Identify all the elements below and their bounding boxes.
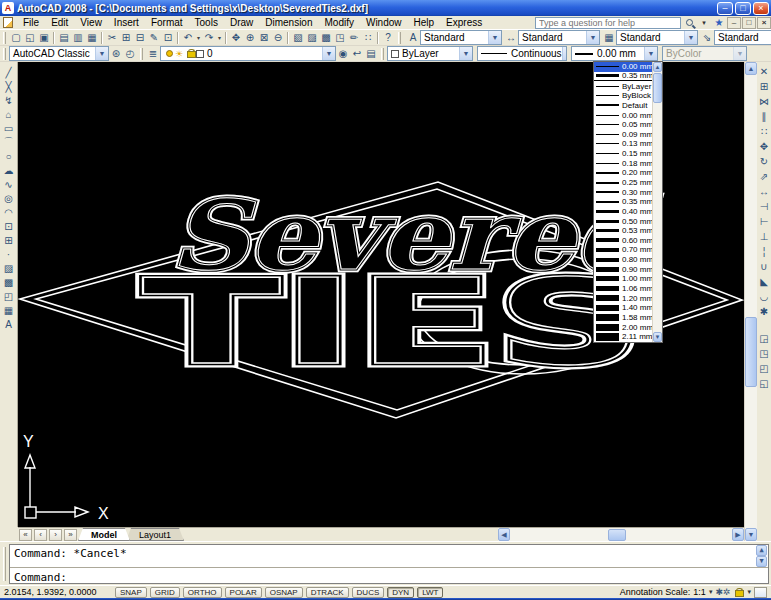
sep[interactable] <box>177 32 179 44</box>
offset-icon[interactable]: ∥ <box>757 109 771 124</box>
layer-lock-icon[interactable] <box>187 49 194 58</box>
region-icon[interactable]: ◰ <box>1 289 17 303</box>
spline-icon[interactable]: ∿ <box>1 177 17 191</box>
command-window-grip[interactable] <box>3 547 6 581</box>
scroll-up-icon[interactable]: ▲ <box>653 62 662 72</box>
zoom-window-icon[interactable]: ⊠ <box>257 31 271 45</box>
workspace-settings-icon[interactable]: ⊛ <box>109 47 123 61</box>
layer-properties-manager-icon[interactable]: ≣ <box>146 47 160 61</box>
tab-nav-button[interactable]: » <box>64 529 77 541</box>
horizontal-scroll-thumb[interactable] <box>608 529 626 541</box>
lineweight-option[interactable]: 0.90 mm <box>594 264 652 274</box>
lineweight-option[interactable]: 0.09 mm <box>594 129 652 139</box>
join-icon[interactable]: ∪ <box>757 259 771 274</box>
mirror-icon[interactable]: ⋈ <box>757 94 771 109</box>
style-icon[interactable]: ↔ <box>504 31 518 45</box>
scale-icon[interactable]: ⇗ <box>757 169 771 184</box>
layer-states-icon[interactable]: ▤ <box>364 47 378 61</box>
my-workspace-icon[interactable]: ◴ <box>123 47 137 61</box>
style-combo[interactable]: Standard ▼ <box>420 30 502 45</box>
lineweight-option[interactable]: 0.25 mm <box>594 178 652 188</box>
lineweight-dropdown-scrollbar[interactable]: ▲ ▼ <box>652 62 662 342</box>
sep[interactable] <box>225 32 227 44</box>
menu-item[interactable]: Help <box>408 16 441 29</box>
tab-nav-button[interactable]: « <box>19 529 32 541</box>
status-toggle[interactable]: GRID <box>150 587 180 598</box>
scroll-down-icon[interactable]: ▼ <box>756 556 767 567</box>
properties-icon[interactable]: ▧ <box>291 31 305 45</box>
zoom-realtime-icon[interactable]: ⊕ <box>243 31 257 45</box>
scroll-up-icon[interactable]: ▲ <box>756 545 767 556</box>
lineweight-option[interactable]: Default <box>594 101 652 111</box>
pan-icon[interactable]: ✥ <box>229 31 243 45</box>
send-under-objects-icon[interactable]: ◱ <box>757 376 771 391</box>
plot-icon[interactable]: ▤ <box>57 31 71 45</box>
circle-icon[interactable]: ○ <box>1 149 17 163</box>
lineweight-option[interactable]: 0.30 mm <box>594 187 652 197</box>
lineweight-option[interactable]: 0.80 mm <box>594 255 652 265</box>
lineweight-option[interactable]: 0.20 mm <box>594 168 652 178</box>
menu-item[interactable]: Express <box>440 16 488 29</box>
style-icon[interactable]: A <box>406 31 420 45</box>
vertical-scroll-thumb[interactable] <box>745 317 757 387</box>
menu-item[interactable]: Draw <box>224 16 259 29</box>
sep[interactable] <box>53 32 55 44</box>
lineweight-option[interactable]: 1.00 mm <box>594 274 652 284</box>
status-toggle[interactable]: POLAR <box>225 587 262 598</box>
menu-item[interactable]: Dimension <box>259 16 318 29</box>
style-combo[interactable]: Standard ▼ <box>518 30 600 45</box>
chamfer-icon[interactable]: ◣ <box>757 274 771 289</box>
command-scrollbar[interactable]: ▲ ▼ <box>756 545 768 568</box>
multiline-text-icon[interactable]: A <box>1 317 17 331</box>
redo-icon[interactable]: ↷ <box>202 31 216 45</box>
mdi-restore-button[interactable]: □ <box>742 17 756 29</box>
tab-layout1[interactable]: Layout1 <box>126 528 184 541</box>
line-icon[interactable]: ╱ <box>1 65 17 79</box>
menu-item[interactable]: View <box>74 16 108 29</box>
toolbar-grip[interactable] <box>140 48 143 60</box>
lineweight-option[interactable]: 0.05 mm <box>594 120 652 130</box>
menu-item[interactable]: Edit <box>45 16 74 29</box>
lineweight-option[interactable]: 0.15 mm <box>594 149 652 159</box>
color-combo[interactable]: ByLayer ▼ <box>387 46 473 61</box>
insert-block-icon[interactable]: ⊡ <box>1 219 17 233</box>
coordinates-readout[interactable]: 2.0154, 1.9392, 0.0000 <box>4 587 112 597</box>
horizontal-scrollbar[interactable]: ◀ ▶ <box>498 528 744 541</box>
cut-icon[interactable]: ✂ <box>105 31 119 45</box>
lineweight-option[interactable]: 1.58 mm <box>594 313 652 323</box>
lineweight-option[interactable]: 0.60 mm <box>594 236 652 246</box>
redo-dropdown-icon[interactable]: ▾ <box>216 31 223 45</box>
favorites-star-icon[interactable]: ★ <box>712 17 726 29</box>
make-object-layer-current-icon[interactable]: ◉ <box>336 47 350 61</box>
lineweight-option[interactable]: 0.18 mm <box>594 158 652 168</box>
layer-previous-icon[interactable]: ↩ <box>350 47 364 61</box>
revision-cloud-icon[interactable]: ☁ <box>1 163 17 177</box>
help-search-input[interactable] <box>535 17 681 29</box>
mdi-minimize-button[interactable]: – <box>727 17 741 29</box>
linetype-combo[interactable]: Continuous ▼ <box>477 46 567 61</box>
move-icon[interactable]: ✥ <box>757 139 771 154</box>
lineweight-option[interactable]: 0.53 mm <box>594 226 652 236</box>
combo-arrow-icon[interactable]: ▼ <box>95 47 108 60</box>
menu-item[interactable]: Modify <box>319 16 360 29</box>
lineweight-option[interactable]: 0.00 mm <box>594 110 652 120</box>
combo-arrow-icon[interactable]: ▼ <box>322 47 335 60</box>
lineweight-option[interactable]: 0.35 mm <box>594 197 652 207</box>
paste-icon[interactable]: ⊟ <box>133 31 147 45</box>
rectangle-icon[interactable]: ▭ <box>1 121 17 135</box>
search-icon[interactable] <box>682 17 696 29</box>
annotation-scale-dropdown-icon[interactable]: ▾ <box>709 588 713 596</box>
toolbar-grip[interactable] <box>398 32 401 44</box>
scroll-left-icon[interactable]: ◀ <box>498 528 510 541</box>
explode-icon[interactable]: ✱ <box>757 304 771 319</box>
clean-screen-button[interactable] <box>754 587 767 598</box>
send-to-back-icon[interactable]: ◳ <box>757 346 771 361</box>
vertical-scrollbar[interactable]: ▲ ▼ <box>744 62 757 541</box>
style-icon[interactable]: ▦ <box>602 31 616 45</box>
layer-combo[interactable]: ☀ 0 ▼ <box>160 46 336 61</box>
lineweight-option[interactable]: 0.13 mm <box>594 139 652 149</box>
copy-clip-icon[interactable]: ⊞ <box>119 31 133 45</box>
status-toggle[interactable]: DTRACK <box>306 587 349 598</box>
annotation-visibility-icon[interactable]: ✱ <box>715 587 723 597</box>
search-dropdown-icon[interactable]: ▾ <box>697 17 711 29</box>
